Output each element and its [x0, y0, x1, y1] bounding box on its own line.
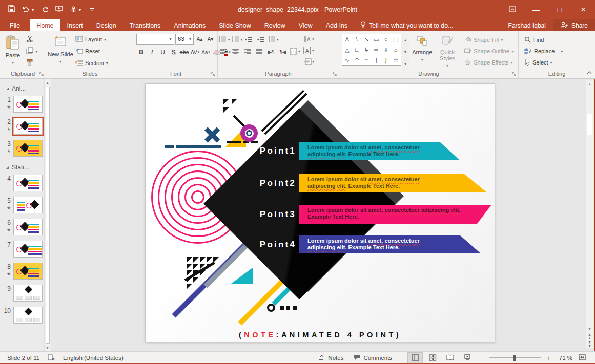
customize-qat-icon[interactable]	[85, 3, 98, 17]
line-spacing-button[interactable]: ▾	[268, 35, 279, 45]
bold-button[interactable]: B	[136, 47, 146, 58]
align-right-button[interactable]	[242, 47, 253, 57]
previous-slide-button[interactable]: ▲▲	[588, 333, 591, 340]
convert-to-smartart-button[interactable]: ▾	[303, 57, 315, 67]
shapes-scroll-up-icon[interactable]: ▲	[402, 34, 409, 46]
tell-me-box[interactable]: Tell me what you want to do...	[354, 19, 460, 31]
shape-arrow-icon[interactable]: ↘	[362, 34, 372, 45]
numbering-button[interactable]: 123▾	[232, 35, 243, 45]
point-banner-3[interactable]: Lorem ipsum dolor sit amet, consectetuer…	[299, 205, 491, 224]
slide-thumbnail-9[interactable]: 9	[0, 285, 45, 302]
thumbnail-section-header[interactable]: Ani...	[0, 83, 45, 94]
minimize-button[interactable]: —	[524, 0, 548, 19]
shape-elbow-arrow-connector-icon[interactable]: ↳	[362, 45, 372, 55]
align-text-button[interactable]: A▾	[303, 46, 315, 56]
columns-button[interactable]: ▾	[290, 47, 300, 57]
shape-isoceles-triangle-icon[interactable]: △	[342, 45, 352, 55]
justify-button[interactable]	[254, 47, 264, 57]
shape-line-icon[interactable]: \	[352, 34, 362, 45]
tab-view[interactable]: View	[292, 19, 319, 31]
new-slide-button[interactable]: New Slide▾	[47, 32, 74, 70]
thumbnail-scrollbar[interactable]: ▲ ▼	[44, 79, 50, 351]
shape-rectangle-icon[interactable]: ▭	[372, 34, 381, 45]
scroll-up-icon[interactable]: ▲	[588, 80, 591, 88]
thumbnail-section-header[interactable]: Stati...	[0, 162, 45, 173]
clipboard-dialog-launcher-icon[interactable]	[39, 72, 45, 77]
collapse-ribbon-icon[interactable]	[587, 67, 592, 76]
shapes-scroll-down-icon[interactable]: ▼	[402, 46, 409, 58]
shape-star-icon[interactable]: ☆	[391, 55, 401, 65]
format-painter-button[interactable]	[25, 58, 39, 68]
point-label-4[interactable]: Point4	[222, 240, 296, 250]
comments-button[interactable]: Comments	[350, 352, 396, 364]
maximize-button[interactable]: □	[548, 0, 571, 19]
text-shadow-button[interactable]: S	[169, 47, 178, 58]
fit-to-window-icon[interactable]	[575, 352, 590, 363]
black-diamond-shape[interactable]	[203, 108, 395, 299]
cut-button[interactable]	[25, 34, 39, 45]
paste-button[interactable]: Paste▾	[1, 32, 25, 70]
touch-mode-dropdown-icon[interactable]: ▾	[79, 8, 84, 12]
shape-outline-button[interactable]: Shape Outline▾	[463, 46, 515, 56]
scroll-track[interactable]	[586, 88, 593, 325]
thumb-scroll-thumb[interactable]	[46, 87, 50, 344]
slide-canvas[interactable]: Lorem ipsum dolor sit amet, consectetuer…	[145, 83, 495, 342]
decrease-font-size-button[interactable]: A▾	[206, 34, 215, 45]
slide-thumbnail-3[interactable]: 3★	[0, 140, 45, 157]
slide-thumbnail-6[interactable]: 6★	[0, 219, 45, 235]
slide-thumbnail-8[interactable]: 8★	[0, 263, 45, 280]
zoom-slider-thumb[interactable]	[513, 355, 516, 361]
bullets-button[interactable]: ▾	[219, 35, 230, 45]
shape-down-arrow-icon[interactable]: ⇩	[381, 45, 391, 55]
zoom-percentage[interactable]: 71 %	[555, 355, 572, 361]
zoom-in-button[interactable]: +	[545, 354, 553, 362]
slide-thumbnail-4[interactable]: 4	[0, 175, 45, 191]
tab-transitions[interactable]: Transitions	[123, 19, 168, 31]
shape-fill-button[interactable]: Shape Fill▾	[463, 35, 515, 45]
font-size-combo[interactable]: 63▾	[175, 34, 194, 45]
reset-button[interactable]: Reset	[74, 46, 110, 56]
shapes-gallery-more-icon[interactable]: ▼	[402, 58, 409, 70]
shape-left-brace-icon[interactable]: {	[372, 55, 381, 65]
undo-icon[interactable]	[19, 3, 33, 17]
tab-file[interactable]: File	[0, 19, 30, 31]
select-button[interactable]: Select▾	[523, 57, 564, 68]
align-center-button[interactable]	[231, 47, 241, 57]
drawing-dialog-launcher-icon[interactable]	[511, 72, 517, 77]
next-slide-button[interactable]: ▼▼	[588, 340, 591, 348]
text-direction-button[interactable]: A▾	[303, 34, 315, 45]
shape-curve-icon[interactable]: ~	[362, 55, 372, 65]
spell-check-icon[interactable]	[48, 354, 55, 361]
close-button[interactable]: ×	[571, 0, 595, 19]
tab-slide-show[interactable]: Slide Show	[212, 19, 258, 31]
tab-animations[interactable]: Animations	[167, 19, 212, 31]
redo-icon[interactable]	[38, 3, 51, 17]
point-banner-4[interactable]: Lorem ipsum dolor sit amet, consectetuer…	[299, 235, 481, 253]
share-button[interactable]: Share	[553, 19, 595, 31]
normal-view-button[interactable]	[407, 352, 423, 363]
change-case-button[interactable]: Aa▾	[201, 47, 211, 58]
save-icon[interactable]	[5, 3, 18, 17]
scroll-thumb[interactable]	[587, 114, 592, 135]
slide-sorter-view-button[interactable]	[425, 352, 440, 363]
slide-thumbnail-2[interactable]: 2★	[0, 118, 45, 135]
thumb-scroll-up-icon[interactable]: ▲	[46, 79, 49, 86]
slide-note-text[interactable]: (NOTE:ANIMATED 4 POINT)	[146, 331, 495, 339]
section-button[interactable]: Section▾	[74, 58, 110, 68]
slide-thumbnail-5[interactable]: 5★	[0, 197, 45, 213]
start-slideshow-icon[interactable]	[52, 3, 66, 17]
language-indicator[interactable]: English (United States)	[63, 355, 124, 361]
slide-thumbnail-1[interactable]: 1★	[0, 96, 45, 113]
shape-rounded-rectangle-icon[interactable]: ▢	[391, 34, 401, 45]
thumb-scroll-down-icon[interactable]: ▼	[46, 344, 49, 351]
slide-thumbnail-10[interactable]: 10	[0, 307, 45, 324]
ribbon-display-options-icon[interactable]	[501, 0, 524, 19]
shape-elbow-connector-icon[interactable]: ∟	[352, 45, 362, 55]
zoom-slider[interactable]	[489, 357, 541, 358]
undo-dropdown-icon[interactable]: ▾	[32, 8, 37, 12]
increase-font-size-button[interactable]: A▴	[195, 34, 204, 45]
find-button[interactable]: Find	[523, 35, 564, 45]
font-dialog-launcher-icon[interactable]	[211, 72, 216, 77]
shape-flowchart-shape-icon[interactable]: ⌂	[391, 45, 401, 55]
slideshow-view-button[interactable]	[460, 352, 475, 363]
